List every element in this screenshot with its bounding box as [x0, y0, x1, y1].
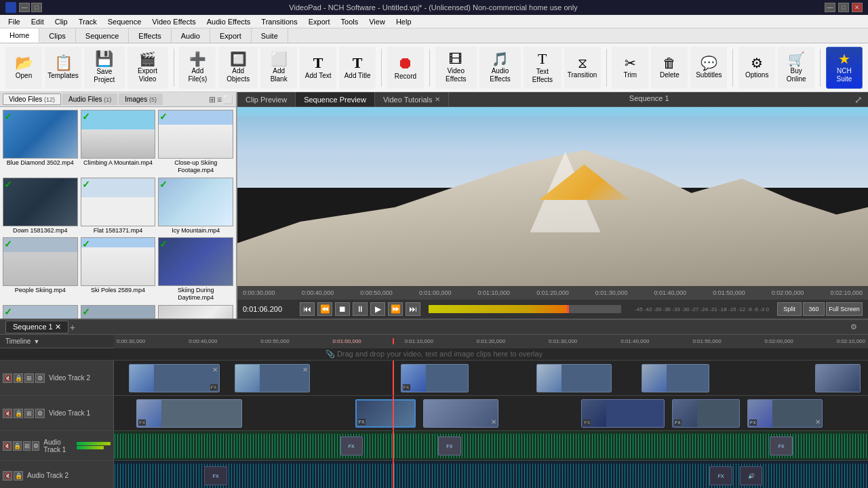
save-project-button[interactable]: 💾 Save Project: [84, 47, 125, 89]
video-track-1-content[interactable]: FX FX ✕ FX FX: [114, 396, 868, 430]
tab-sequence-preview[interactable]: Sequence Preview: [296, 92, 375, 106]
menu-audio-effects[interactable]: Audio Effects: [201, 16, 256, 27]
track-clip[interactable]: [642, 364, 709, 392]
track-mute-button[interactable]: 🔇: [3, 471, 12, 481]
track-clip[interactable]: FX ✕: [129, 364, 219, 392]
text-effects-button[interactable]: T Text Effects: [524, 47, 561, 89]
tab-audio-files[interactable]: Audio Files (1): [62, 94, 117, 105]
track-clip[interactable]: [815, 364, 861, 392]
menu-help[interactable]: Help: [391, 16, 417, 27]
360-button[interactable]: 360: [803, 302, 825, 316]
add-title-button[interactable]: T Add Title: [339, 47, 376, 89]
list-item[interactable]: ✓ Snow Clip 1.mp4: [3, 305, 78, 319]
track-lock-button[interactable]: 🔒: [14, 471, 23, 481]
tab-video-files[interactable]: Video Files (12): [3, 94, 61, 105]
menu-clip[interactable]: Clip: [50, 16, 73, 27]
menu-view[interactable]: View: [363, 16, 391, 27]
trim-button[interactable]: ✂ Trim: [612, 47, 648, 89]
tab-images[interactable]: Images (5): [119, 94, 163, 105]
track-expand-button[interactable]: ⊞: [24, 409, 34, 418]
add-objects-button[interactable]: 🔲 Add Objects: [218, 47, 258, 89]
menu-file[interactable]: File: [3, 16, 26, 27]
track-clip[interactable]: FX: [136, 399, 242, 428]
play-button[interactable]: ▶: [370, 302, 385, 316]
options-button[interactable]: ⚙ Options: [738, 47, 775, 89]
fullscreen-button[interactable]: Full Screen: [826, 302, 863, 316]
track-clip[interactable]: [536, 364, 612, 392]
maximize-preview-icon[interactable]: ⤢: [854, 94, 863, 105]
video-effects-button[interactable]: 🎞 Video Effects: [435, 47, 477, 89]
close-button[interactable]: ✕: [852, 3, 863, 12]
menu-sequence[interactable]: Sequence: [102, 16, 147, 27]
track-expand-button[interactable]: ⊞: [24, 373, 34, 383]
audio-effects-button[interactable]: 🎵 Audio Effects: [479, 47, 521, 89]
track-settings-icon[interactable]: ⚙: [35, 409, 45, 418]
list-item[interactable]: ✓ Down 1581362.mp4: [3, 178, 78, 235]
delete-button[interactable]: 🗑 Delete: [651, 47, 688, 89]
tab-video-tutorials[interactable]: Video Tutorials ✕: [375, 92, 450, 106]
next-frame-button[interactable]: ⏩: [388, 302, 403, 316]
tab-clip-preview[interactable]: Clip Preview: [237, 92, 296, 106]
open-button[interactable]: 📂 Open: [5, 47, 42, 89]
maximize-button[interactable]: □: [838, 3, 849, 12]
list-item[interactable]: ✓ Snow Clip 2.mp4: [81, 305, 156, 319]
sequence-tab-1[interactable]: Sequence 1 ✕: [5, 321, 68, 333]
list-item[interactable]: Snow Clip 3.mp4: [158, 305, 233, 319]
tab-suite[interactable]: Suite: [252, 28, 288, 43]
grid-view-icon[interactable]: ⊞: [209, 95, 216, 104]
track-clip[interactable]: FX: [401, 364, 469, 392]
track-mute-button[interactable]: 🔇: [3, 441, 12, 451]
video-track-2-content[interactable]: FX ✕ ✕ FX: [114, 361, 868, 395]
tab-export[interactable]: Export: [210, 28, 252, 43]
transition-button[interactable]: ⧖ Transition: [564, 47, 601, 89]
track-lock-button[interactable]: 🔒: [14, 373, 23, 383]
track-mute-button[interactable]: 🔇: [3, 409, 12, 418]
timeline-options-icon[interactable]: ⚙: [845, 323, 863, 331]
buy-online-button[interactable]: 🛒 Buy Online: [778, 47, 814, 89]
track-mute-button[interactable]: 🔇: [3, 373, 12, 383]
list-view-icon[interactable]: ≡: [217, 95, 222, 104]
skip-end-button[interactable]: ⏭: [406, 302, 420, 316]
timeline-ruler[interactable]: 0:00:30,000 0:00:40,000 0:00:50,000 0:01…: [114, 335, 868, 348]
track-clip[interactable]: ✕ FX: [747, 399, 823, 428]
list-item[interactable]: ✓ Flat 1581371.mp4: [81, 178, 156, 235]
list-item[interactable]: ✓ Close-up Skiing Footage.mp4: [158, 110, 233, 175]
list-item[interactable]: ✓ People Skiing.mp4: [3, 237, 78, 302]
track-settings-icon[interactable]: ⚙: [35, 373, 45, 383]
menu-track[interactable]: Track: [73, 16, 102, 27]
menu-tools[interactable]: Tools: [336, 16, 364, 27]
add-sequence-button[interactable]: +: [70, 322, 75, 333]
list-item[interactable]: ✓ Skiing During Daytime.mp4: [158, 237, 233, 302]
minimize-button[interactable]: —: [825, 3, 835, 12]
subtitles-button[interactable]: 💬 Subtitles: [690, 47, 727, 89]
menu-video-effects[interactable]: Video Effects: [146, 16, 201, 27]
split-button[interactable]: Split: [777, 302, 802, 316]
list-item[interactable]: ✓ Ski Poles 2589.mp4: [81, 237, 156, 302]
track-clip[interactable]: FX: [355, 399, 416, 428]
stop-button[interactable]: ⏹: [335, 302, 350, 316]
add-files-button[interactable]: ➕ Add File(s): [179, 47, 216, 89]
prev-frame-button[interactable]: ⏪: [317, 302, 332, 316]
track-clip[interactable]: FX: [581, 399, 664, 428]
menu-edit[interactable]: Edit: [26, 16, 50, 27]
tab-sequence[interactable]: Sequence: [76, 28, 130, 43]
track-clip[interactable]: FX: [672, 399, 740, 428]
tab-clips[interactable]: Clips: [39, 28, 75, 43]
track-clip[interactable]: ✕: [423, 399, 498, 428]
templates-button[interactable]: 📋 Templates: [45, 47, 81, 89]
add-blank-button[interactable]: ⬜ Add Blank: [260, 47, 297, 89]
panel-resize-icon[interactable]: ⬜: [223, 95, 233, 104]
audio-track-1-content[interactable]: FX FX FX: [114, 431, 868, 460]
list-item[interactable]: ✓ Climbing A Mountain.mp4: [81, 110, 156, 175]
list-item[interactable]: ✓ Blue Diamond 3502.mp4: [3, 110, 78, 175]
track-clip[interactable]: ✕: [235, 364, 310, 392]
menu-export[interactable]: Export: [303, 16, 336, 27]
export-video-button[interactable]: 🎬 Export Video: [127, 47, 168, 89]
track-lock-button[interactable]: 🔒: [14, 409, 23, 418]
tab-home[interactable]: Home: [0, 28, 39, 43]
menu-transitions[interactable]: Transitions: [256, 16, 302, 27]
audio-track-2-content[interactable]: FX FX 🔊: [114, 461, 868, 488]
play-pause-button[interactable]: ⏸: [353, 302, 368, 316]
track-expand-button[interactable]: ⊞: [23, 441, 31, 451]
timeline-dropdown-icon[interactable]: ▼: [33, 338, 39, 345]
